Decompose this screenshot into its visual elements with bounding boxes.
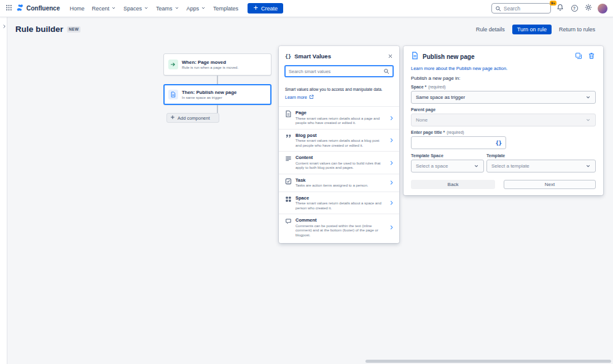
field-label-text: Template Space bbox=[411, 153, 443, 158]
nav-item-label: Teams bbox=[156, 6, 173, 12]
action-learn-more-link[interactable]: Learn more about the Publish new page ac… bbox=[411, 66, 596, 71]
then-card-title: Then: Publish new page bbox=[182, 90, 236, 95]
nav-item-home[interactable]: Home bbox=[66, 3, 88, 14]
rule-details-button[interactable]: Rule details bbox=[473, 25, 508, 34]
confluence-home-link[interactable]: Confluence bbox=[16, 3, 60, 14]
nav-item-templates[interactable]: Templates bbox=[209, 3, 242, 14]
settings-button[interactable] bbox=[584, 4, 593, 14]
app-switcher-button[interactable] bbox=[4, 4, 14, 14]
expand-sidebar-button[interactable] bbox=[1, 21, 7, 31]
template-select[interactable]: Select a template bbox=[486, 160, 596, 172]
connector-line bbox=[217, 76, 218, 84]
help-button[interactable]: ? bbox=[569, 4, 579, 14]
return-to-rules-button[interactable]: Return to rules bbox=[556, 25, 598, 34]
smart-values-search-input[interactable] bbox=[289, 69, 381, 74]
copy-icon bbox=[575, 52, 582, 61]
smart-value-item-body: Page These smart values return details a… bbox=[295, 110, 385, 126]
global-search-box bbox=[491, 3, 551, 14]
field-label-text: Parent page bbox=[411, 107, 435, 112]
profile-button[interactable] bbox=[598, 4, 607, 14]
template-fields-row: Template Space Select a space Template S… bbox=[411, 153, 596, 172]
page-title-input[interactable] bbox=[415, 140, 496, 145]
app-grid-icon bbox=[6, 4, 12, 13]
smart-value-item-title: Space bbox=[295, 195, 385, 201]
help-icon: ? bbox=[571, 5, 578, 12]
nav-item-spaces[interactable]: Spaces bbox=[120, 3, 152, 14]
space-select-value: Same space as trigger bbox=[416, 95, 465, 100]
page-title-text: Rule builder bbox=[15, 25, 63, 34]
next-button[interactable]: Next bbox=[504, 180, 596, 189]
smart-value-item-title: Page bbox=[295, 110, 385, 115]
plus-icon bbox=[253, 5, 259, 12]
arrow-right-icon bbox=[168, 60, 178, 69]
smart-value-item-task[interactable]: Task Tasks are action items assigned to … bbox=[279, 174, 399, 192]
action-panel-intro: Publish a new page in: bbox=[411, 76, 596, 81]
smart-values-title: Smart Values bbox=[294, 53, 331, 60]
smart-value-item-title: Task bbox=[295, 177, 385, 183]
when-trigger-card[interactable]: When: Page moved Rule is run when a page… bbox=[163, 53, 271, 76]
smart-value-item-space[interactable]: Space These smart values return details … bbox=[279, 192, 399, 214]
parent-page-select[interactable]: None bbox=[411, 114, 596, 126]
when-card-text: When: Page moved Rule is run when a page… bbox=[182, 60, 238, 70]
notifications-button[interactable]: 9+ bbox=[555, 4, 565, 14]
horizontal-scrollbar[interactable] bbox=[365, 360, 611, 363]
back-button[interactable]: Back bbox=[411, 180, 495, 189]
template-space-label: Template Space bbox=[411, 153, 484, 158]
avatar bbox=[598, 4, 607, 14]
add-component-button[interactable]: Add component bbox=[166, 113, 219, 123]
plus-icon bbox=[170, 115, 175, 121]
nav-item-label: Home bbox=[69, 6, 84, 12]
smart-value-item-description: Tasks are action items assigned to a per… bbox=[295, 184, 385, 188]
smart-values-learn-more-link[interactable]: Learn more bbox=[285, 95, 393, 100]
chevron-right-icon bbox=[389, 137, 394, 143]
smart-value-item-body: Task Tasks are action items assigned to … bbox=[295, 177, 385, 188]
smart-value-item-page[interactable]: Page These smart values return details a… bbox=[279, 106, 399, 129]
braces-icon: {} bbox=[496, 140, 502, 146]
field-label-text: Enter page title * bbox=[411, 130, 445, 134]
template-column: Template Select a template bbox=[486, 153, 596, 172]
trash-icon bbox=[588, 52, 595, 61]
smart-value-item-description: These smart values return details about … bbox=[295, 139, 385, 148]
blog-post-icon bbox=[285, 133, 292, 140]
smart-value-item-description: Content smart values can be used to buil… bbox=[295, 161, 385, 171]
confluence-logo-icon bbox=[16, 3, 24, 14]
chevron-right-icon bbox=[389, 160, 394, 166]
insert-smart-value-button[interactable]: {} bbox=[496, 140, 502, 146]
action-panel-title: Publish new page bbox=[423, 53, 570, 60]
chevron-right-icon bbox=[389, 200, 394, 206]
global-search-input[interactable] bbox=[504, 6, 547, 12]
smart-values-panel: {} Smart Values Smart values allow you t… bbox=[279, 46, 399, 243]
chevron-right-icon bbox=[389, 180, 394, 185]
nav-item-label: Templates bbox=[213, 6, 238, 12]
template-space-select[interactable]: Select a space bbox=[411, 160, 484, 172]
then-action-card[interactable]: Then: Publish new page In same space as … bbox=[163, 84, 271, 105]
parent-page-select-value: None bbox=[416, 117, 428, 123]
chevron-down-icon bbox=[201, 6, 206, 12]
smart-value-item-title: Comment bbox=[295, 217, 385, 223]
delete-action-button[interactable] bbox=[587, 52, 596, 61]
nav-item-teams[interactable]: Teams bbox=[152, 3, 183, 14]
smart-value-item-blog-post[interactable]: Blog post These smart values return deta… bbox=[279, 129, 399, 152]
publish-page-icon bbox=[411, 51, 419, 62]
smart-value-item-content[interactable]: Content Content smart values can be used… bbox=[279, 151, 399, 174]
turn-on-rule-button[interactable]: Turn on rule bbox=[512, 25, 552, 34]
nav-item-recent[interactable]: Recent bbox=[88, 3, 120, 14]
smart-value-item-comment[interactable]: Comment Comments can be posted within th… bbox=[279, 214, 399, 241]
chevron-right-icon bbox=[2, 21, 7, 31]
create-button-label: Create bbox=[261, 6, 278, 12]
smart-value-item-description: Comments can be posted within the text (… bbox=[295, 224, 385, 238]
duplicate-action-button[interactable] bbox=[574, 52, 583, 61]
close-smart-values-button[interactable] bbox=[388, 52, 393, 61]
external-link-icon bbox=[309, 95, 314, 100]
page-title-field-label: Enter page title * (required) bbox=[411, 130, 596, 134]
create-button[interactable]: Create bbox=[248, 3, 283, 14]
nav-right-group: 9+ ? bbox=[491, 3, 607, 14]
connector-line bbox=[217, 105, 218, 113]
space-select[interactable]: Same space as trigger bbox=[411, 91, 596, 104]
smart-value-item-title: Blog post bbox=[295, 133, 385, 138]
smart-values-search-box bbox=[284, 65, 394, 77]
template-label: Template bbox=[486, 153, 596, 158]
nav-item-apps[interactable]: Apps bbox=[183, 3, 210, 14]
field-label-text: Space * bbox=[411, 85, 426, 89]
nav-item-label: Spaces bbox=[123, 6, 142, 12]
